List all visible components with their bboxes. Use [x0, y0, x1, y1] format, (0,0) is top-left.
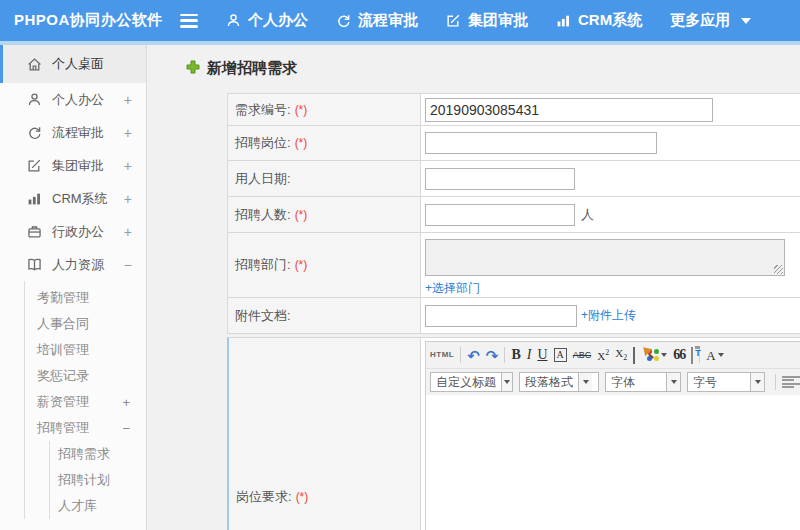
font-color-button[interactable]: A [706, 349, 723, 362]
nav-item-crm[interactable]: CRM系统 [556, 11, 642, 30]
flow-icon [336, 13, 351, 28]
app-logo: PHPOA协同办公软件 [0, 11, 180, 30]
required-mark: (*) [295, 136, 308, 150]
nav-item-group-approval[interactable]: 集团审批 [446, 11, 528, 30]
hire-date-input[interactable] [425, 168, 575, 190]
person-icon [226, 13, 241, 28]
paragraph-format-dropdown[interactable]: 段落格式 [519, 372, 599, 392]
expand-minus-icon[interactable]: − [122, 421, 130, 436]
person-icon [27, 92, 42, 107]
sidebar-item-hr-contract[interactable]: 人事合同 [25, 311, 146, 337]
form-row-recruit-dept: 招聘部门:(*) +选择部门 [228, 233, 800, 298]
editor-content-area[interactable] [426, 395, 800, 530]
sidebar-item-recruit-demand[interactable]: 招聘需求 [50, 441, 146, 467]
flow-icon [27, 125, 42, 140]
form-row-demand-code: 需求编号:(*) [228, 94, 800, 126]
sidebar-item-attendance[interactable]: 考勤管理 [25, 285, 146, 311]
html-source-button[interactable]: HTML [430, 351, 454, 359]
sidebar-item-crm[interactable]: CRM系统 + [0, 182, 146, 215]
sidebar-item-training[interactable]: 培训管理 [25, 337, 146, 363]
sidebar-item-hr[interactable]: 人力资源 − [0, 248, 146, 281]
unit-suffix: 人 [581, 206, 594, 224]
nav-item-label: 更多应用 [670, 11, 730, 30]
custom-heading-dropdown[interactable]: 自定义标题 [430, 372, 513, 392]
nav-item-label: CRM系统 [578, 11, 642, 30]
align-left-icon[interactable] [782, 376, 800, 389]
required-mark: (*) [295, 103, 308, 117]
undo-icon[interactable]: ↶ [467, 348, 480, 363]
sidebar-item-salary[interactable]: 薪资管理 + [25, 389, 146, 415]
nav-item-more-apps[interactable]: 更多应用 [670, 11, 751, 30]
blockquote-button[interactable]: 66 [673, 348, 685, 362]
expand-plus-icon[interactable]: + [122, 395, 130, 410]
sidebar-item-recruit-plan[interactable]: 招聘计划 [50, 467, 146, 493]
sidebar-item-group-approval[interactable]: 集团审批 + [0, 149, 146, 182]
demand-code-input[interactable] [425, 98, 713, 122]
upload-attachment-link[interactable]: +附件上传 [581, 307, 636, 324]
sidebar-item-label: 行政办公 [52, 223, 124, 241]
nav-item-personal-office[interactable]: 个人办公 [226, 11, 308, 30]
required-mark: (*) [295, 258, 308, 272]
font-size-dropdown[interactable]: 字号 [687, 372, 765, 392]
sidebar-item-talent-pool[interactable]: 人才库 [50, 493, 146, 519]
field-label: 招聘岗位:(*) [228, 126, 421, 160]
font-family-dropdown[interactable]: 字体 [605, 372, 681, 392]
required-mark: (*) [296, 490, 309, 504]
font-style-button[interactable]: A [554, 348, 567, 362]
recruit-post-input[interactable] [425, 132, 657, 154]
sidebar-item-workflow-approval[interactable]: 流程审批 + [0, 116, 146, 149]
editor-toolbar-row1: HTML ↶ ↷ B I U A ABC X2 X2 [426, 342, 800, 368]
editor-toolbar-row2: 自定义标题 段落格式 字体 字号 [426, 368, 800, 395]
field-label: 招聘人数:(*) [228, 197, 421, 232]
sidebar-item-label: 人力资源 [52, 256, 124, 274]
italic-button[interactable]: I [527, 348, 532, 362]
book-icon [27, 257, 42, 272]
sidebar-item-label: 集团审批 [52, 157, 124, 175]
bold-button[interactable]: B [511, 348, 520, 362]
recruit-count-input[interactable] [425, 204, 575, 226]
sidebar-item-label: 个人桌面 [52, 55, 132, 73]
sidebar-item-rewards[interactable]: 奖惩记录 [25, 363, 146, 389]
hamburger-menu-icon[interactable] [180, 14, 198, 28]
sidebar-hr-submenu: 考勤管理 人事合同 培训管理 奖惩记录 薪资管理 + 招聘管理 − 招聘需求 [24, 281, 146, 519]
expand-plus-icon[interactable]: + [124, 158, 132, 174]
sidebar-recruit-submenu: 招聘需求 招聘计划 人才库 [49, 441, 146, 519]
underline-button[interactable]: U [537, 348, 547, 362]
edit-icon [27, 158, 42, 173]
expand-plus-icon[interactable]: + [124, 125, 132, 141]
superscript-button[interactable]: X2 [597, 349, 609, 362]
richtext-editor: HTML ↶ ↷ B I U A ABC X2 X2 [421, 338, 800, 530]
briefcase-icon [27, 224, 42, 239]
page-title: 新增招聘需求 [186, 59, 800, 78]
strikethrough-button[interactable]: ABC [573, 351, 592, 360]
chart-icon [556, 13, 571, 28]
caret-down-icon [741, 18, 751, 24]
page-title-text: 新增招聘需求 [207, 59, 297, 78]
nav-item-label: 流程审批 [358, 11, 418, 30]
resize-grip-icon[interactable] [774, 265, 783, 274]
sidebar-item-admin-office[interactable]: 行政办公 + [0, 215, 146, 248]
sidebar-item-personal-office[interactable]: 个人办公 + [0, 83, 146, 116]
expand-minus-icon[interactable]: − [124, 257, 132, 273]
nav-item-workflow-approval[interactable]: 流程审批 [336, 11, 418, 30]
field-label: 需求编号:(*) [228, 94, 421, 125]
post-requirement-section: 岗位要求:(*) HTML ↶ ↷ B I U A ABC X2 [227, 337, 800, 530]
field-label: 招聘部门:(*) [228, 233, 421, 297]
nav-item-label: 个人办公 [248, 11, 308, 30]
paste-icon[interactable]: T [691, 349, 693, 362]
expand-plus-icon[interactable]: + [124, 92, 132, 108]
select-dept-link[interactable]: +选择部门 [425, 280, 480, 297]
eraser-icon[interactable] [633, 349, 635, 362]
field-label: 用人日期: [228, 161, 421, 196]
home-icon [27, 57, 42, 72]
nav-item-label: 集团审批 [468, 11, 528, 30]
redo-icon[interactable]: ↷ [486, 348, 499, 363]
attachment-input[interactable] [425, 305, 577, 327]
expand-plus-icon[interactable]: + [124, 191, 132, 207]
subscript-button[interactable]: X2 [615, 348, 627, 362]
sidebar-item-personal-desktop[interactable]: 个人桌面 [0, 45, 146, 83]
sidebar: 个人桌面 个人办公 + 流程审批 + [0, 45, 147, 530]
recruit-dept-textarea[interactable] [425, 239, 785, 276]
sidebar-item-recruit-mgmt[interactable]: 招聘管理 − [25, 415, 146, 441]
expand-plus-icon[interactable]: + [124, 224, 132, 240]
